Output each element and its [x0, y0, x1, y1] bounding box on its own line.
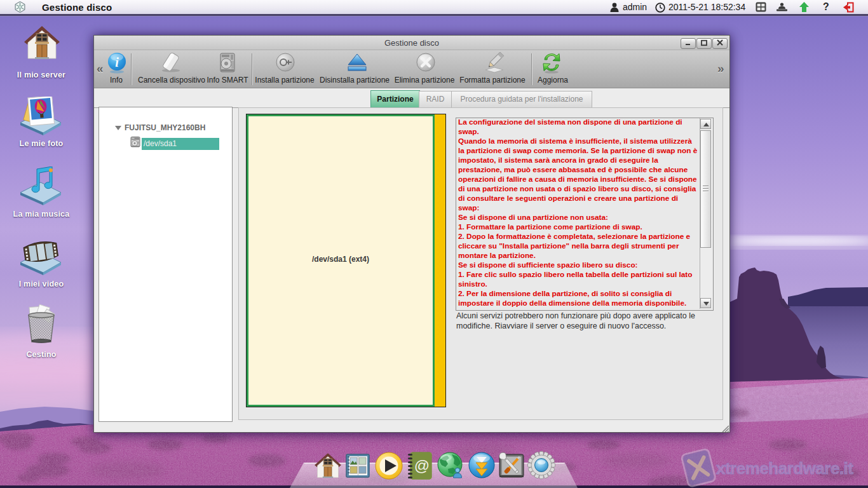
- svg-text:xtremehardware.it: xtremehardware.it: [716, 459, 853, 478]
- svg-text:i: i: [115, 55, 119, 69]
- svg-text:@: @: [414, 457, 430, 474]
